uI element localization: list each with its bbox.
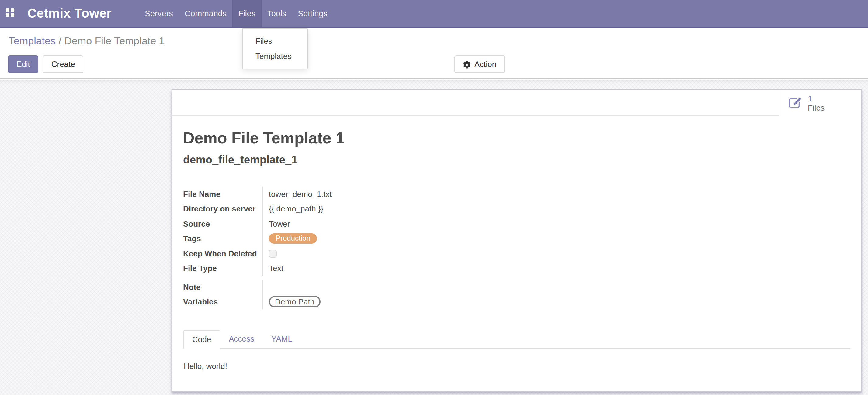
menu-item-commands[interactable]: Commands bbox=[179, 0, 232, 27]
code-tab-content: Hello, world! bbox=[183, 349, 850, 371]
menu-item-servers[interactable]: Servers bbox=[139, 0, 179, 27]
field-row-file-name: File Name tower_demo_1.txt bbox=[183, 187, 524, 201]
field-label: File Name bbox=[183, 190, 262, 199]
action-button-label: Action bbox=[474, 60, 496, 69]
field-row-tags: Tags Production bbox=[183, 231, 524, 246]
files-count: 1 bbox=[808, 94, 825, 103]
breadcrumb: Templates / Demo File Template 1 bbox=[8, 35, 164, 48]
dropdown-item-templates[interactable]: Templates bbox=[243, 48, 307, 64]
breadcrumb-separator: / bbox=[58, 35, 61, 47]
files-label: Files bbox=[808, 103, 825, 112]
sheet-body: Demo File Template 1 demo_file_template_… bbox=[172, 116, 861, 371]
field-value: tower_demo_1.txt bbox=[269, 190, 332, 199]
breadcrumb-current: Demo File Template 1 bbox=[64, 35, 164, 47]
field-row-file-type: File Type Text bbox=[183, 261, 524, 276]
tag-badge: Production bbox=[269, 234, 317, 244]
tab-access[interactable]: Access bbox=[220, 330, 263, 348]
field-group-main: File Name tower_demo_1.txt Directory on … bbox=[183, 187, 524, 276]
tab-code[interactable]: Code bbox=[183, 330, 220, 349]
breadcrumb-parent-link[interactable]: Templates bbox=[8, 35, 56, 47]
menu-item-tools[interactable]: Tools bbox=[261, 0, 292, 27]
field-value: Text bbox=[269, 264, 283, 273]
menu-item-settings[interactable]: Settings bbox=[292, 0, 333, 27]
control-panel: Templates / Demo File Template 1 Edit Cr… bbox=[0, 28, 868, 79]
action-button[interactable]: Action bbox=[454, 55, 505, 73]
files-stat-text: 1 Files bbox=[808, 94, 825, 112]
main-menu: Servers Commands Files Tools Settings bbox=[139, 0, 333, 27]
files-dropdown-menu: Files Templates bbox=[242, 28, 308, 69]
apps-grid-icon bbox=[5, 8, 14, 19]
tab-yaml[interactable]: YAML bbox=[263, 330, 301, 348]
brand-title[interactable]: Cetmix Tower bbox=[27, 0, 112, 27]
button-box: 1 Files bbox=[172, 90, 861, 116]
apps-menu-button[interactable] bbox=[1, 0, 19, 27]
keep-when-deleted-checkbox[interactable] bbox=[269, 250, 277, 258]
create-button[interactable]: Create bbox=[43, 55, 84, 73]
field-row-variables: Variables Demo Path bbox=[183, 294, 524, 309]
field-label: File Type bbox=[183, 264, 262, 273]
files-stat-button[interactable]: 1 Files bbox=[779, 90, 861, 116]
field-row-source: Source Tower bbox=[183, 216, 524, 231]
field-row-directory: Directory on server {{ demo_path }} bbox=[183, 201, 524, 216]
edit-file-icon bbox=[788, 95, 802, 111]
notebook-tabs: Code Access YAML bbox=[183, 330, 850, 349]
field-label: Tags bbox=[183, 234, 262, 243]
menu-item-files[interactable]: Files bbox=[232, 0, 261, 27]
record-title: Demo File Template 1 bbox=[183, 129, 850, 148]
field-label: Directory on server bbox=[183, 204, 262, 213]
field-label: Keep When Deleted bbox=[183, 249, 262, 258]
content-area: 1 Files Demo File Template 1 demo_file_t… bbox=[0, 79, 868, 395]
gear-icon bbox=[463, 61, 471, 68]
form-sheet: 1 Files Demo File Template 1 demo_file_t… bbox=[172, 89, 862, 392]
form-buttons: Edit Create bbox=[8, 55, 84, 73]
variable-pill[interactable]: Demo Path bbox=[269, 296, 320, 308]
field-groups: File Name tower_demo_1.txt Directory on … bbox=[183, 187, 850, 309]
field-label: Source bbox=[183, 219, 262, 229]
edit-button[interactable]: Edit bbox=[8, 55, 39, 73]
field-value: Tower bbox=[269, 219, 290, 229]
field-row-keep-when-deleted: Keep When Deleted bbox=[183, 246, 524, 261]
field-row-note: Note bbox=[183, 279, 524, 294]
field-label: Note bbox=[183, 283, 262, 292]
field-group-secondary: Note Variables Demo Path bbox=[183, 279, 524, 309]
top-navbar: Cetmix Tower Servers Commands Files Tool… bbox=[0, 0, 868, 28]
field-value: {{ demo_path }} bbox=[269, 204, 323, 213]
dropdown-item-files[interactable]: Files bbox=[243, 33, 307, 48]
record-reference: demo_file_template_1 bbox=[183, 154, 850, 166]
app-window: Cetmix Tower Servers Commands Files Tool… bbox=[0, 0, 868, 395]
field-label: Variables bbox=[183, 297, 262, 306]
